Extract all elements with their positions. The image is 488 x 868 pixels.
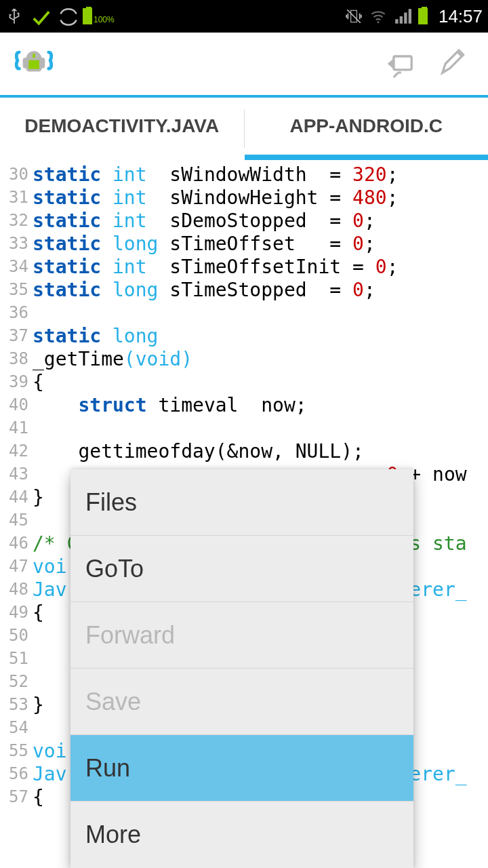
menu-goto[interactable]: GoTo (70, 536, 413, 602)
line-number: 32 (0, 211, 33, 230)
clock: 14:57 (439, 6, 483, 27)
line-number: 43 (0, 465, 33, 484)
line-number: 38 (0, 349, 33, 368)
line-number: 49 (0, 603, 33, 622)
line-number: 41 (0, 418, 33, 437)
file-tabs: DEMOACTIVITY.JAVA APP-ANDROID.C (0, 98, 488, 160)
menu-item-label: Files (85, 488, 137, 517)
line-number: 45 (0, 511, 33, 530)
menu-more[interactable]: More (70, 802, 413, 868)
undo-button[interactable] (378, 42, 427, 85)
line-number: 42 (0, 441, 33, 460)
battery-icon (418, 8, 428, 24)
battery-full-icon: 100% (83, 8, 115, 24)
line-number: 53 (0, 695, 33, 714)
svg-rect-7 (394, 56, 411, 70)
svg-rect-4 (41, 59, 44, 67)
line-number: 52 (0, 672, 33, 691)
line-number: 40 (0, 395, 33, 414)
app-toolbar (0, 33, 488, 98)
svg-point-5 (30, 54, 32, 56)
line-number: 30 (0, 165, 33, 184)
tab-demoactivity[interactable]: DEMOACTIVITY.JAVA (0, 98, 244, 160)
line-number: 47 (0, 557, 33, 576)
line-number: 57 (0, 787, 33, 806)
line-number: 46 (0, 534, 33, 553)
line-number: 35 (0, 280, 33, 299)
line-number: 54 (0, 718, 33, 737)
line-number: 48 (0, 580, 33, 599)
signal-icon (394, 7, 411, 25)
menu-forward[interactable]: Forward (70, 602, 413, 669)
line-number: 36 (0, 303, 33, 322)
tab-label: DEMOACTIVITY.JAVA (24, 115, 219, 137)
svg-rect-2 (27, 59, 40, 71)
line-number: 34 (0, 257, 33, 276)
menu-save[interactable]: Save (70, 669, 413, 735)
app-logo-icon[interactable] (12, 42, 56, 85)
line-number: 44 (0, 488, 33, 507)
menu-files[interactable]: Files (70, 469, 413, 536)
tab-app-android[interactable]: APP-ANDROID.C (245, 98, 489, 160)
tab-label: APP-ANDROID.C (289, 115, 443, 137)
menu-item-label: Forward (85, 621, 175, 650)
menu-run[interactable]: Run (70, 735, 413, 802)
line-number: 39 (0, 372, 33, 391)
android-status-bar: 100% 14:57 (0, 0, 488, 33)
svg-point-6 (36, 54, 38, 56)
line-number: 31 (0, 188, 33, 207)
menu-item-label: GoTo (85, 555, 144, 583)
usb-icon (5, 7, 23, 25)
line-number: 51 (0, 649, 33, 668)
svg-point-1 (377, 21, 379, 23)
line-number: 55 (0, 741, 33, 760)
line-number: 37 (0, 326, 33, 345)
menu-item-label: Run (85, 754, 130, 783)
svg-rect-3 (24, 59, 27, 67)
check-icon (31, 7, 49, 25)
line-number: 56 (0, 764, 33, 783)
line-number: 50 (0, 626, 33, 645)
edit-button[interactable] (427, 42, 476, 85)
sync-icon (57, 7, 75, 25)
line-number: 33 (0, 234, 33, 253)
menu-item-label: Save (85, 688, 141, 716)
vibrate-icon (345, 7, 363, 25)
wifi-icon (369, 7, 387, 25)
context-menu: Files GoTo Forward Save Run More (70, 469, 413, 868)
menu-item-label: More (85, 821, 141, 849)
